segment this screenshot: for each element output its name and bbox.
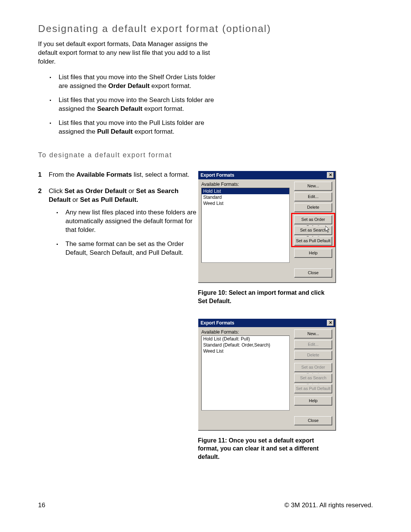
list-item[interactable]: Hold List (Default: Pull) — [202, 336, 289, 342]
bold-text: Available Formats — [76, 171, 132, 178]
text: export format. — [150, 82, 191, 89]
bold-text: Set as Order Default — [65, 187, 127, 195]
intro-bullet-list: List files that you move into the Shelf … — [49, 73, 225, 136]
set-search-default-button[interactable]: Set as Search Default — [294, 374, 332, 383]
close-button[interactable]: Close — [294, 416, 332, 425]
edit-button[interactable]: Edit... — [294, 340, 332, 349]
bold-text: Pull Default — [97, 128, 133, 135]
available-formats-label: Available Formats: — [201, 182, 291, 187]
available-formats-listbox[interactable]: Hold List (Default: Pull) Standard (Defa… — [201, 335, 290, 411]
page-number: 16 — [38, 502, 45, 509]
text: export format. — [142, 105, 184, 112]
export-formats-dialog-2: Export Formats ✕ Available Formats: Hold… — [198, 318, 336, 430]
dialog-title: Export Formats — [201, 173, 234, 178]
text: export format. — [133, 128, 175, 135]
new-button[interactable]: New... — [294, 329, 332, 339]
dialog-titlebar: Export Formats ✕ — [198, 319, 335, 327]
page-footer: 16 © 3M 2011. All rights reserved. — [38, 502, 373, 509]
close-button[interactable]: Close — [294, 268, 332, 278]
list-item[interactable]: Standard — [202, 194, 289, 200]
figure-10-caption: Figure 10: Select an import format and c… — [198, 289, 335, 305]
set-search-default-button[interactable]: Set as Search Default — [294, 226, 332, 235]
new-button[interactable]: New... — [294, 182, 332, 191]
copyright-text: © 3M 2011. All rights reserved. — [284, 502, 373, 509]
sub-bullet: Any new list files placed into these fol… — [56, 208, 201, 235]
list-item[interactable]: Hold List — [202, 188, 289, 194]
text: From the — [49, 171, 76, 178]
export-formats-dialog-1: Export Formats ✕ Available Formats: Hold… — [198, 171, 336, 283]
bold-text: Set as Pull Default. — [80, 196, 138, 203]
bold-text: Search Default — [97, 105, 142, 112]
step-2: Click Set as Order Default or Set as Sea… — [38, 187, 198, 257]
page-heading: Designating a default export format (opt… — [38, 23, 373, 35]
dialog-title: Export Formats — [201, 320, 234, 326]
figure-11-caption: Figure 11: Once you set a default export… — [198, 436, 335, 461]
edit-button[interactable]: Edit... — [294, 192, 332, 201]
text: list, select a format. — [132, 171, 190, 178]
procedure-heading: To designate a default export format — [38, 151, 373, 159]
set-order-default-button[interactable]: Set as Order Default — [294, 363, 332, 372]
steps-list: From the Available Formats list, select … — [38, 171, 198, 257]
intro-bullet: List files that you move into the Search… — [49, 96, 225, 113]
bold-text: Order Default — [108, 82, 150, 89]
help-button[interactable]: Help — [294, 249, 332, 258]
available-formats-listbox[interactable]: Hold List Standard Weed List — [201, 188, 290, 263]
delete-button[interactable]: Delete — [294, 351, 332, 360]
available-formats-label: Available Formats: — [201, 329, 291, 335]
help-button[interactable]: Help — [294, 396, 332, 406]
sub-bullet: The same format can be set as the Order … — [56, 240, 201, 257]
step-1: From the Available Formats list, select … — [38, 171, 198, 179]
set-pull-default-button[interactable]: Set as Pull Default — [294, 236, 332, 246]
text: Click — [49, 187, 65, 195]
close-icon[interactable]: ✕ — [327, 320, 334, 326]
set-order-default-button[interactable]: Set as Order Default — [294, 215, 332, 224]
step-2-sub-bullets: Any new list files placed into these fol… — [56, 208, 201, 257]
intro-bullet: List files that you move into the Shelf … — [49, 73, 225, 91]
intro-bullet: List files that you move into the Pull L… — [49, 119, 225, 136]
text: or — [71, 196, 80, 203]
delete-button[interactable]: Delete — [294, 203, 332, 212]
list-item[interactable]: Standard (Default: Order,Search) — [202, 342, 289, 348]
list-item[interactable]: Weed List — [202, 200, 289, 206]
list-item[interactable]: Weed List — [202, 348, 289, 354]
intro-paragraph: If you set default export formats, Data … — [38, 40, 217, 66]
close-icon[interactable]: ✕ — [327, 172, 334, 178]
text: or — [127, 187, 136, 195]
set-pull-default-button[interactable]: Set as Pull Default — [294, 384, 332, 393]
dialog-titlebar: Export Formats ✕ — [198, 171, 335, 179]
